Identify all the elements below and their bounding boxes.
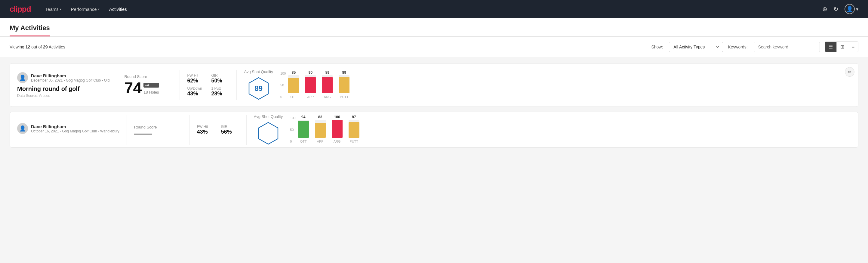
shot-quality-section: Avg Shot Quality 100 50 0	[254, 114, 851, 145]
viewing-total: 29	[43, 45, 48, 49]
bar-ott-wrapper	[298, 120, 309, 138]
chart-columns: 94 OTT 83 APP	[298, 116, 851, 143]
add-icon[interactable]: ⊕	[822, 5, 828, 12]
hexagon	[256, 121, 280, 145]
user-date: October 16, 2021 - Gog Magog Golf Club -…	[31, 129, 119, 133]
bar-arg-fill	[322, 77, 333, 93]
bar-arg-fill	[332, 120, 343, 138]
stat-fw-hit-value: 43%	[197, 129, 215, 135]
activity-card: 👤 Dave Billingham October 16, 2021 - Gog…	[10, 112, 858, 148]
bar-arg-value: 89	[326, 70, 329, 75]
nav-activities[interactable]: Activities	[109, 4, 127, 14]
navbar: clippd Teams ▾ Performance ▾ Activities …	[0, 0, 868, 18]
user-details: Dave Billingham December 05, 2021 - Gog …	[31, 73, 110, 83]
bar-app: 90 APP	[305, 70, 316, 99]
divider	[189, 115, 190, 145]
round-score-label: Round Score	[124, 74, 172, 79]
bar-ott: 85 OTT	[288, 70, 299, 99]
hexagon: 89	[247, 77, 271, 100]
bar-putt-label: PUTT	[349, 140, 358, 143]
hexagon-value: 89	[254, 84, 262, 93]
user-menu-chevron-icon: ▾	[856, 6, 858, 12]
bar-ott-label: OTT	[290, 95, 297, 99]
bar-app-wrapper	[315, 120, 326, 138]
stats-section: FW Hit 62% GIR 50% Up/Down 43% 1 Putt 28…	[187, 74, 229, 97]
score-meta: +4 18 Holes	[144, 83, 159, 96]
view-grid-button[interactable]: ⊞	[837, 42, 848, 52]
activity-type-select[interactable]: All Activity Types	[669, 42, 723, 52]
view-list-detail-button[interactable]: ≡	[848, 42, 858, 52]
user-name: Dave Billingham	[31, 73, 110, 78]
refresh-icon[interactable]: ↻	[833, 5, 839, 12]
viewing-out-of: out of	[31, 45, 42, 49]
stat-1putt-label: 1 Putt	[211, 86, 229, 91]
bar-arg-label: ARG	[324, 95, 331, 99]
y-label-100: 100	[290, 116, 296, 120]
bar-putt-label: PUTT	[340, 95, 349, 99]
view-list-compact-button[interactable]: ☰	[825, 42, 837, 52]
stat-fw-hit: FW Hit 62%	[187, 74, 205, 84]
nav-performance[interactable]: Performance ▾	[71, 4, 99, 14]
stat-updown: Up/Down 43%	[187, 86, 205, 97]
bar-app-fill	[315, 123, 326, 138]
hexagon-svg	[256, 121, 280, 145]
stat-1putt-value: 28%	[211, 91, 229, 97]
bar-ott-value: 85	[292, 70, 296, 75]
avatar: 👤	[17, 72, 28, 83]
stat-gir-value: 56%	[221, 129, 239, 135]
search-input[interactable]	[754, 42, 820, 52]
divider	[180, 70, 180, 100]
hexagon-container: 89	[244, 77, 273, 100]
activity-title: Morning round of golf	[17, 85, 110, 92]
stat-fw-hit-label: FW Hit	[187, 74, 205, 78]
user-date: December 05, 2021 - Gog Magog Golf Club …	[31, 78, 110, 83]
stats-section: FW Hit 43% GIR 56%	[197, 124, 239, 135]
y-label-50: 50	[290, 128, 296, 132]
bar-arg-wrapper	[332, 120, 343, 138]
stat-1putt: 1 Putt 28%	[211, 86, 229, 97]
bar-arg: 106 ARG	[332, 115, 343, 143]
filter-bar: Viewing 12 out of 29 Activities Show: Al…	[0, 37, 868, 57]
avatar: 👤	[17, 123, 28, 134]
avg-shot-quality-label: Avg Shot Quality	[254, 114, 283, 119]
nav-teams[interactable]: Teams ▾	[45, 4, 61, 14]
y-label-50: 50	[280, 83, 286, 87]
stat-gir: GIR 50%	[211, 74, 229, 84]
bar-app-label: APP	[307, 95, 314, 99]
stat-gir-value: 50%	[211, 78, 229, 84]
user-name: Dave Billingham	[31, 124, 119, 129]
bar-putt-fill	[349, 122, 360, 138]
avg-shot-quality-label: Avg Shot Quality	[244, 69, 273, 74]
y-label-0: 0	[290, 140, 296, 143]
divider	[127, 115, 127, 145]
bar-arg-wrapper	[322, 75, 333, 93]
nav-performance-label: Performance	[71, 7, 97, 12]
page-header: My Activities	[0, 18, 868, 37]
bar-app-wrapper	[305, 75, 316, 93]
stat-updown-label: Up/Down	[187, 86, 205, 91]
bar-arg-label: ARG	[334, 140, 341, 143]
bar-putt-value: 87	[352, 115, 356, 119]
bar-ott-fill	[298, 121, 309, 138]
user-menu[interactable]: 👤 ▾	[844, 4, 858, 14]
avatar: 👤	[844, 4, 855, 14]
round-score-label: Round Score	[134, 125, 182, 129]
stat-fw-hit-value: 62%	[187, 78, 205, 84]
shot-quality-section: Avg Shot Quality 89 100 50 0	[244, 69, 851, 100]
bar-app-label: APP	[317, 140, 323, 143]
user-section: 👤 Dave Billingham October 16, 2021 - Gog…	[17, 123, 119, 136]
svg-marker-1	[259, 122, 278, 144]
nav-activities-label: Activities	[109, 7, 127, 12]
viewing-count: 12	[26, 45, 30, 49]
edit-button[interactable]: ✏	[845, 67, 855, 77]
stat-fw-hit-label: FW Hit	[197, 124, 215, 129]
score-number: 74	[124, 80, 142, 96]
y-label-100: 100	[280, 71, 286, 75]
show-label: Show:	[651, 45, 663, 49]
data-source: Data Source: Arccos	[17, 94, 110, 98]
shot-quality-main: Avg Shot Quality	[254, 114, 283, 145]
bar-ott: 94 OTT	[298, 115, 309, 143]
viewing-activities: Activities	[49, 45, 65, 49]
stat-fw-hit: FW Hit 43%	[197, 124, 215, 135]
stat-updown-value: 43%	[187, 91, 205, 97]
